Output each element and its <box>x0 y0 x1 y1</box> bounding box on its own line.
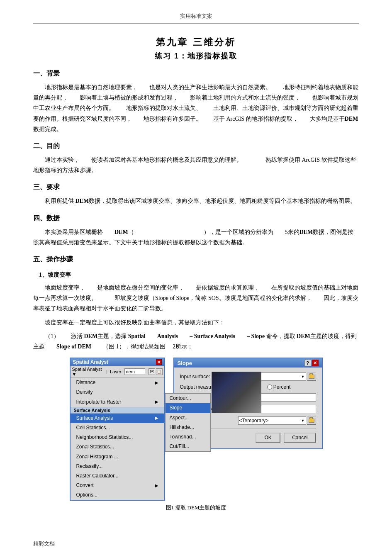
figure1-caption: 图1 提取 DEM主题的坡度 <box>33 504 359 511</box>
sa-submenu-contour[interactable]: Contour... <box>166 394 210 403</box>
sa-toolbar-label: Spatial Analyst ▼ <box>72 367 104 377</box>
sa-icon-2[interactable]: 📋 <box>156 368 163 375</box>
sa-menu-options[interactable]: Options... <box>71 490 164 500</box>
step-1-label: 1、坡度变率 <box>33 270 359 280</box>
slope-output-raster-dropdown[interactable]: <Temporary> ▼ <box>238 416 306 425</box>
sa-submenu: Contour... Slope Aspect... Hillshade... … <box>165 393 211 452</box>
slope-ok-btn[interactable]: OK <box>256 433 280 443</box>
chapter-title: 第九章 三维分析 <box>33 36 359 49</box>
para-requirements: 利用所提供 DEM数据，提取得出该区域坡度变率、坡向变率、地形起伏度、地面粗糙度… <box>33 196 359 206</box>
sa-layer-label: Layer: <box>110 369 123 374</box>
spatial-analyst-dialog: Spatial Analyst ✕ Spatial Analyst ▼ | La… <box>70 358 165 501</box>
sa-icon-1[interactable]: 🗺 <box>149 368 155 375</box>
slope-close-btn[interactable]: ✕ <box>312 360 319 366</box>
header-text: 实用标准文案 <box>180 13 212 19</box>
slope-titlebar: Slope ? ✕ <box>174 358 322 368</box>
sa-surface-header: Surface Analysis <box>71 407 164 414</box>
sa-menu-density[interactable]: Density <box>71 387 164 397</box>
sa-submenu-townshad[interactable]: Townshad... <box>166 432 210 442</box>
sa-submenu-hillshade[interactable]: Hillshade... <box>166 423 210 432</box>
sa-menu-surface[interactable]: Surface Analysis ▶ <box>71 414 164 423</box>
slope-output-folder-btn[interactable] <box>307 416 316 425</box>
sa-menu-zonal[interactable]: Zonal Statistics... <box>71 442 164 452</box>
sa-submenu-slope[interactable]: Slope <box>166 403 210 413</box>
heading-steps: 五、操作步骤 <box>33 255 359 264</box>
sa-toolbar: Spatial Analyst ▼ | Layer: dem 🗺 📋 <box>71 366 164 378</box>
sa-menu-neighborhood[interactable]: Neighborhood Statistics... <box>71 433 164 442</box>
sa-title: Spatial Analyst <box>73 359 109 365</box>
para-step1-2: 坡度变率在一定程度上可以很好反映剖面曲率信息，其提取方法如下： <box>33 317 359 328</box>
slope-title: Slope <box>178 360 192 366</box>
radio-percent-indicator <box>267 385 272 389</box>
sa-submenu-cutfill[interactable]: Cut/Fill... <box>166 442 210 451</box>
heading-background: 一、背景 <box>33 69 359 78</box>
para-step1-1: 地面坡度变率， 是地面坡度在微分空间的变化率， 是依据坡度的求算原理， 在所提取… <box>33 282 359 314</box>
page-header: 实用标准文案 <box>33 12 359 24</box>
para-background: 地形指标是最基本的自然地理要素， 也是对人类的生产和生活影响最大的自然要素。 地… <box>33 82 359 134</box>
sa-submenu-aspect[interactable]: Aspect... <box>166 413 210 423</box>
sa-titlebar: Spatial Analyst ✕ <box>71 358 164 366</box>
sa-close-btn[interactable]: ✕ <box>156 359 162 365</box>
heading-purpose: 二、目的 <box>33 142 359 151</box>
sa-menu-zonal-hist[interactable]: Zonal Histogram ... <box>71 452 164 462</box>
section-title: 练习 1：地形指标提取 <box>33 51 359 61</box>
dem-thumbnail <box>212 372 261 413</box>
sa-toolbar-icons: 🗺 📋 <box>149 368 163 375</box>
sa-menu-cell-stats[interactable]: Cell Statistics... <box>71 423 164 433</box>
sa-menu-distance[interactable]: Distance ▶ <box>71 378 164 387</box>
sa-menu-interpolate[interactable]: Interpolate to Raster ▶ <box>71 397 164 407</box>
slope-radio-percent[interactable]: Percent <box>267 384 290 390</box>
page: 实用标准文案 第九章 三维分析 练习 1：地形指标提取 一、背景 地形指标是最基… <box>0 0 392 555</box>
folder-icon <box>309 375 314 379</box>
para-purpose: 通过本实验， 使读者加深对各基本地形指标的概念及其应用意义的理解。 熟练掌握使用… <box>33 155 359 175</box>
sa-menu-convert[interactable]: Convert ▶ <box>71 481 164 490</box>
sa-layer-dropdown[interactable]: dem <box>124 368 145 375</box>
folder-icon-2 <box>309 419 314 423</box>
slope-help-btn[interactable]: ? <box>304 360 311 366</box>
sa-menu: Distance ▶ Density Interpolate to Raster… <box>71 378 164 500</box>
figures-row: Spatial Analyst ✕ Spatial Analyst ▼ | La… <box>33 358 359 501</box>
slope-cancel-btn[interactable]: Cancel <box>284 433 316 443</box>
sa-menu-raster-calc[interactable]: Raster Calculator... <box>71 471 164 481</box>
para-data: 本实验采用某区域栅格 DEM（ ），是一个区域的分辨率为 5米的DEM数据，图例… <box>33 227 359 248</box>
slope-input-folder-btn[interactable] <box>307 372 316 381</box>
heading-data: 四、数据 <box>33 214 359 223</box>
sa-menu-reclassify[interactable]: Reclassify... <box>71 462 164 471</box>
para-step1-3: （1） 激活 DEM主题，选择 Spatial Analysis – Surfa… <box>33 331 359 352</box>
page-footer: 精彩文档 <box>33 540 55 548</box>
heading-requirements: 三、要求 <box>33 183 359 192</box>
slope-titlebar-btns: ? ✕ <box>304 360 319 366</box>
